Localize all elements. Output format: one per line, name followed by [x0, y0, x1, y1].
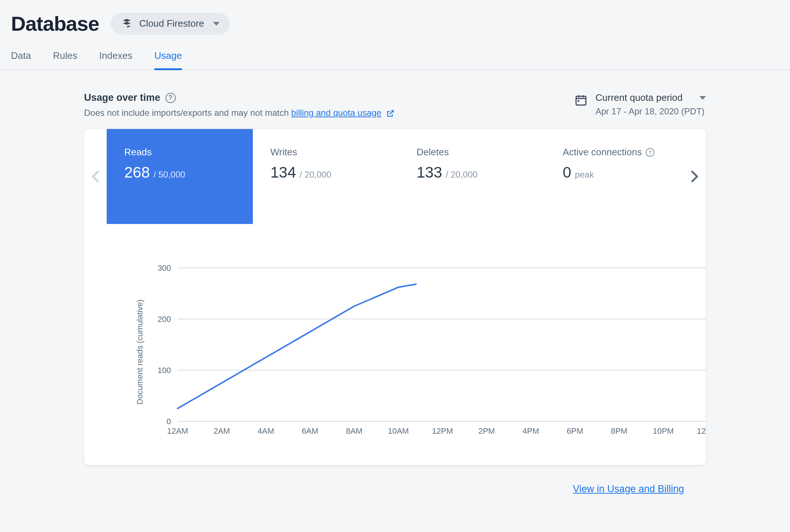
y-tick-label: 300 [157, 263, 171, 273]
service-selector[interactable]: Cloud Firestore [111, 13, 230, 35]
metric-limit: / 20,000 [300, 170, 331, 180]
tab-bar: Data Rules Indexes Usage [0, 35, 790, 70]
x-tick-label: 12AM [167, 426, 188, 436]
x-tick-label: 8AM [346, 426, 362, 436]
service-selector-label: Cloud Firestore [139, 18, 204, 29]
metric-label: Reads [124, 147, 235, 158]
metric-reads[interactable]: Reads268/ 50,000 [107, 129, 253, 224]
svg-rect-1 [578, 100, 580, 102]
x-tick-label: 12PM [432, 426, 453, 436]
x-tick-label: 6PM [567, 426, 583, 436]
billing-quota-link[interactable]: billing and quota usage [291, 108, 381, 118]
metric-value: 134 [270, 164, 296, 181]
metric-writes[interactable]: Writes134/ 20,000 [253, 129, 399, 224]
metric-active-connections[interactable]: Active connections?0peak [545, 129, 691, 224]
date-range-picker[interactable]: Current quota period Apr 17 - Apr 18, 20… [574, 92, 706, 117]
x-tick-label: 6AM [302, 426, 318, 436]
page-title: Database [11, 12, 99, 35]
caret-down-icon [213, 22, 220, 26]
subtitle-text: Does not include imports/exports and may… [84, 108, 291, 118]
section-subtitle: Does not include imports/exports and may… [84, 108, 394, 118]
firestore-icon [121, 18, 133, 30]
x-tick-label: 10PM [653, 426, 673, 436]
calendar-icon [574, 94, 588, 107]
metric-deletes[interactable]: Deletes133/ 20,000 [399, 129, 545, 224]
svg-rect-0 [576, 96, 586, 105]
y-tick-label: 0 [167, 417, 171, 426]
y-tick-label: 200 [157, 315, 171, 324]
x-tick-label: 8PM [611, 426, 627, 436]
x-tick-label: 12AM [697, 426, 706, 436]
tab-data[interactable]: Data [11, 50, 31, 69]
metric-value: 0 [563, 164, 571, 181]
caret-down-icon [699, 96, 706, 100]
metric-value: 133 [417, 164, 442, 181]
tab-indexes[interactable]: Indexes [99, 50, 132, 69]
chart-y-label: Document reads (cumulative) [128, 261, 145, 443]
date-title: Current quota period [596, 92, 683, 103]
metric-label: Deletes [417, 147, 528, 158]
metric-limit: / 20,000 [446, 170, 478, 180]
x-tick-label: 4AM [258, 426, 274, 436]
metric-label: Active connections? [563, 147, 674, 158]
help-icon[interactable]: ? [166, 93, 176, 103]
tab-rules[interactable]: Rules [53, 50, 77, 69]
y-tick-label: 100 [157, 366, 171, 375]
metrics-next-arrow[interactable] [683, 129, 706, 224]
external-link-icon [386, 110, 394, 118]
date-range: Apr 17 - Apr 18, 2020 (PDT) [596, 106, 706, 117]
x-tick-label: 4PM [523, 426, 539, 436]
usage-card: Reads268/ 50,000Writes134/ 20,000Deletes… [84, 129, 706, 465]
tab-usage[interactable]: Usage [154, 50, 182, 69]
view-usage-billing-link[interactable]: View in Usage and Billing [573, 483, 684, 494]
metric-label: Writes [270, 147, 381, 158]
x-tick-label: 2PM [478, 426, 495, 436]
metric-limit: / 50,000 [153, 170, 185, 180]
section-title: Usage over time [84, 92, 160, 103]
metric-value: 268 [124, 164, 150, 181]
x-tick-label: 10AM [388, 426, 409, 436]
chart-series-line [178, 284, 416, 408]
help-icon[interactable]: ? [646, 148, 654, 157]
chart-plot: 010020030012AM2AM4AM6AM8AM10AM12PM2PM4PM… [145, 261, 706, 443]
metric-limit: peak [575, 170, 594, 180]
x-tick-label: 2AM [213, 426, 230, 436]
metrics-prev-arrow[interactable] [84, 129, 107, 224]
